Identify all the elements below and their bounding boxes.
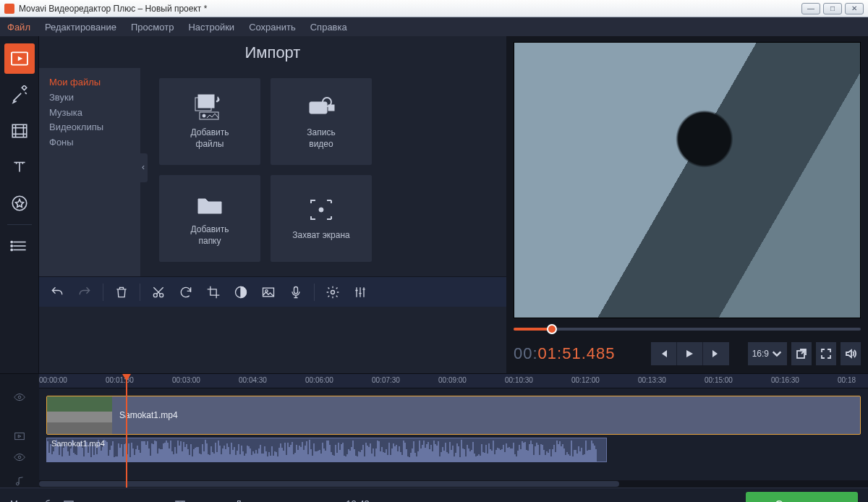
audio-clip[interactable]: Samokat1.mp4 xyxy=(46,438,607,462)
tile-record-video[interactable]: Запись видео xyxy=(271,78,372,165)
timeline-ruler[interactable]: 00:00:0000:01:3000:03:0000:04:3000:06:00… xyxy=(39,374,868,388)
menu-save[interactable]: Сохранить xyxy=(249,22,296,33)
aspect-ratio-button[interactable]: 16:9 xyxy=(748,342,787,365)
play-button[interactable] xyxy=(677,342,703,365)
delete-button[interactable] xyxy=(111,281,132,303)
video-clip[interactable]: Samokat1.mp4 xyxy=(46,396,861,435)
minimize-button[interactable]: — xyxy=(801,3,820,14)
equalizer-button[interactable] xyxy=(349,281,371,303)
fullscreen-button[interactable] xyxy=(816,342,836,365)
image-button[interactable] xyxy=(258,281,279,303)
visibility-icon[interactable] xyxy=(13,451,26,463)
capture-frame-icon xyxy=(304,195,339,224)
svg-rect-22 xyxy=(310,102,327,114)
window-titlebar: Movavi Видеоредактор Плюс – Новый проект… xyxy=(0,0,868,17)
menu-help[interactable]: Справка xyxy=(310,22,347,33)
timeline: 00:00:0000:01:3000:03:0000:04:3000:06:00… xyxy=(0,373,868,488)
svg-point-14 xyxy=(11,242,12,243)
svg-point-15 xyxy=(11,245,12,247)
cat-my-files[interactable]: Мои файлы xyxy=(49,75,140,90)
tile-label: Захват экрана xyxy=(292,230,349,242)
timeline-body[interactable]: 00:00:0000:01:3000:03:0000:04:3000:06:00… xyxy=(39,374,868,488)
svg-text:♪: ♪ xyxy=(216,94,220,104)
preview-seekbar[interactable] xyxy=(514,323,861,336)
tool-filters[interactable] xyxy=(4,80,35,110)
music-track-icon[interactable] xyxy=(13,476,26,488)
tile-label: Добавить файлы xyxy=(190,127,229,150)
media-files-icon: ♪ xyxy=(192,93,227,122)
tile-label: Запись видео xyxy=(307,127,335,150)
app-logo xyxy=(4,4,14,14)
tool-titles[interactable] xyxy=(4,152,35,182)
close-button[interactable]: ✕ xyxy=(845,3,864,14)
tile-add-folder[interactable]: Добавить папку xyxy=(159,175,260,262)
svg-rect-4 xyxy=(12,124,27,137)
zoom-in-icon[interactable] xyxy=(174,498,186,503)
undo-button[interactable] xyxy=(46,281,68,303)
redo-button[interactable] xyxy=(74,281,95,303)
svg-rect-24 xyxy=(328,105,334,111)
svg-marker-36 xyxy=(18,435,21,438)
zoom-out-icon[interactable] xyxy=(63,498,75,503)
duration-label: Длительность проекта: xyxy=(235,498,336,502)
popout-button[interactable] xyxy=(791,342,812,365)
status-bar: Масштаб: Длительность проекта: 12:43 Сох… xyxy=(0,488,868,502)
next-frame-button[interactable] xyxy=(703,342,729,365)
playhead[interactable] xyxy=(126,374,127,488)
svg-point-16 xyxy=(11,249,12,250)
preview-video[interactable] xyxy=(514,42,861,318)
waveform xyxy=(47,438,606,461)
folder-icon xyxy=(192,190,227,218)
tool-strip xyxy=(0,36,39,373)
svg-rect-35 xyxy=(15,433,25,440)
timeline-h-scrollbar[interactable] xyxy=(39,480,868,488)
rotate-button[interactable] xyxy=(175,281,197,303)
cut-button[interactable] xyxy=(148,281,169,303)
video-track-icon[interactable] xyxy=(13,430,26,442)
menu-bar: Файл Редактирование Просмотр Настройки С… xyxy=(0,17,868,36)
timeline-gutter xyxy=(0,374,39,488)
panel-title: Импорт xyxy=(39,36,506,68)
svg-point-37 xyxy=(18,456,21,459)
camcorder-icon xyxy=(304,93,339,122)
crop-button[interactable] xyxy=(203,281,224,303)
tool-transitions[interactable] xyxy=(4,116,35,146)
tile-screen-capture[interactable]: Захват экрана xyxy=(271,175,372,262)
zoom-label: Масштаб: xyxy=(10,498,53,502)
collapse-sidebar[interactable]: ‹ xyxy=(139,153,148,182)
cat-backgrounds[interactable]: Фоны xyxy=(49,135,140,150)
visibility-icon[interactable] xyxy=(13,391,26,403)
menu-file[interactable]: Файл xyxy=(7,22,30,33)
window-title: Movavi Видеоредактор Плюс – Новый проект… xyxy=(19,4,801,14)
menu-view[interactable]: Просмотр xyxy=(131,22,174,33)
tile-add-files[interactable]: ♪ Добавить файлы xyxy=(159,78,260,165)
tool-import[interactable] xyxy=(4,43,35,74)
tool-stickers[interactable] xyxy=(4,188,35,218)
import-category-list: Мои файлы Звуки Музыка Видеоклипы Фоны ‹ xyxy=(39,68,140,276)
duration-value: 12:43 xyxy=(346,498,370,502)
seek-knob[interactable] xyxy=(547,324,557,334)
tile-label: Добавить папку xyxy=(190,224,229,247)
svg-marker-1 xyxy=(17,56,22,61)
clip-thumbnail xyxy=(47,396,112,434)
tool-more[interactable] xyxy=(4,231,35,261)
edit-toolbar xyxy=(39,276,506,307)
menu-edit[interactable]: Редактирование xyxy=(45,22,116,33)
video-clip-name: Samokat1.mp4 xyxy=(112,410,178,420)
cat-videoclips[interactable]: Видеоклипы xyxy=(49,120,140,135)
center-panel: Импорт Мои файлы Звуки Музыка Видеоклипы… xyxy=(39,36,506,373)
cat-sounds[interactable]: Звуки xyxy=(49,90,140,106)
color-adjust-button[interactable] xyxy=(230,281,252,303)
cat-music[interactable]: Музыка xyxy=(49,106,140,121)
svg-point-32 xyxy=(331,290,335,294)
prev-frame-button[interactable] xyxy=(651,342,677,365)
svg-point-34 xyxy=(18,396,21,399)
properties-button[interactable] xyxy=(322,281,344,303)
save-button[interactable]: Сохранить xyxy=(746,492,858,502)
menu-settings[interactable]: Настройки xyxy=(188,22,234,33)
audio-clip-name: Samokat1.mp4 xyxy=(51,439,105,448)
volume-button[interactable] xyxy=(841,342,861,365)
preview-panel: 00:01:51.485 16:9 xyxy=(506,36,868,373)
microphone-button[interactable] xyxy=(285,281,307,303)
maximize-button[interactable]: □ xyxy=(823,3,842,14)
